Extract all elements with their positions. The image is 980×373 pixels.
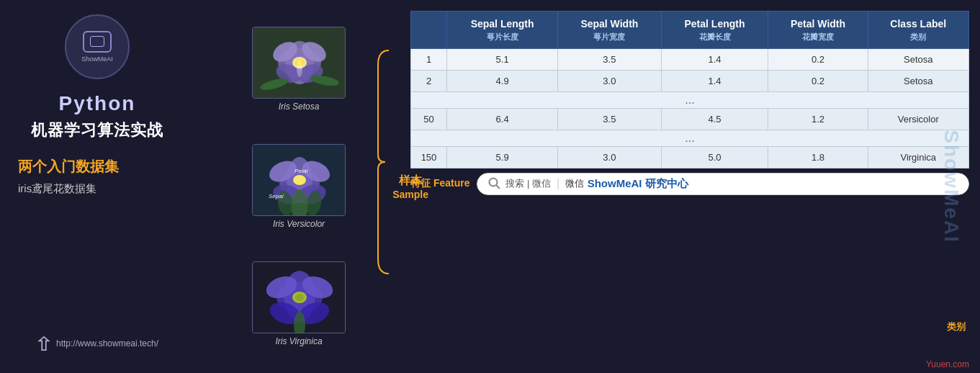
col-cls-sub: 类别 xyxy=(877,32,960,42)
cell-id-150: 150 xyxy=(411,146,447,168)
cell-sl-1: 5.1 xyxy=(447,48,558,70)
logo-container: ShowMeAI xyxy=(65,14,130,79)
search-icon xyxy=(488,177,501,190)
cell-id-1: 1 xyxy=(411,48,447,70)
col-pw-sub: 花瓣宽度 xyxy=(777,32,858,42)
cell-id-50: 50 xyxy=(411,108,447,130)
cell-sw-50: 3.5 xyxy=(558,108,661,130)
class-label-note: 类别 xyxy=(947,320,966,333)
svg-point-34 xyxy=(295,294,304,301)
yuuen-credit: Yuuen.com xyxy=(926,359,969,369)
cell-pl-1: 1.4 xyxy=(661,48,768,70)
dots-cell-2: ... xyxy=(411,130,969,146)
wechat-label: 微信 xyxy=(565,177,584,190)
col-sl-main: Sepal Length xyxy=(456,17,549,32)
flower-versicolor: Sepal Petal Sepal Petal Iris Versicolor xyxy=(252,144,346,229)
versicolor-caption: Iris Versicolor xyxy=(273,219,325,229)
main-container: ShowMeAI Python 机器学习算法实战 两个入门数据集 iris鸢尾花… xyxy=(0,0,980,373)
cell-cls-50: Versicolor xyxy=(868,108,968,130)
cell-sl-50: 6.4 xyxy=(447,108,558,130)
versicolor-image: Sepal Petal Sepal Petal xyxy=(252,144,346,216)
search-divider: | xyxy=(557,177,559,190)
svg-text:Sepal: Sepal xyxy=(269,193,284,199)
virginica-svg xyxy=(253,261,345,333)
website-url: http://www.showmeai.tech/ xyxy=(56,338,158,349)
col-header-cls: Class Label 类别 xyxy=(868,12,968,49)
cell-sw-2: 3.0 xyxy=(558,70,661,91)
table-footer: 特征 Feature 搜索 | 微信 | 微信 ShowMeAI 研究中心 xyxy=(410,173,969,195)
logo-text: ShowMeAI xyxy=(81,55,113,63)
svg-line-37 xyxy=(496,185,500,189)
setosa-image xyxy=(252,27,346,99)
svg-marker-0 xyxy=(40,337,49,350)
virginica-caption: Iris Virginica xyxy=(275,336,322,346)
versicolor-svg: Sepal Petal xyxy=(253,144,345,216)
website-link[interactable]: http://www.showmeai.tech/ xyxy=(36,336,158,359)
cell-sw-1: 3.5 xyxy=(558,48,661,70)
table-row: 150 5.9 3.0 5.0 1.8 Virginica xyxy=(411,146,969,168)
svg-text:Petal: Petal xyxy=(295,168,307,174)
flower-setosa: Iris Setosa xyxy=(252,27,346,112)
feature-label: 特征 Feature xyxy=(410,177,469,190)
svg-point-12 xyxy=(297,60,302,77)
cell-sw-150: 3.0 xyxy=(558,146,661,168)
cell-sl-2: 4.9 xyxy=(447,70,558,91)
table-row: 2 4.9 3.0 1.4 0.2 Setosa xyxy=(411,70,969,91)
col-header-pw: Petal Width 花瓣宽度 xyxy=(768,12,868,49)
cell-pw-2: 0.2 xyxy=(768,70,868,91)
table-dots-row-2: ... xyxy=(411,130,969,146)
col-header-sl: Sepal Length 萼片长度 xyxy=(447,12,558,49)
cell-pw-50: 1.2 xyxy=(768,108,868,130)
cell-pl-50: 4.5 xyxy=(661,108,768,130)
cell-id-2: 2 xyxy=(411,70,447,91)
left-panel: ShowMeAI Python 机器学习算法实战 两个入门数据集 iris鸢尾花… xyxy=(0,0,194,373)
cell-cls-150: Virginica xyxy=(868,146,968,168)
col-header-sw: Sepal Width 萼片宽度 xyxy=(558,12,661,49)
col-sw-sub: 萼片宽度 xyxy=(567,32,652,42)
section-subtitle: iris鸢尾花数据集 xyxy=(11,182,184,196)
setosa-caption: Iris Setosa xyxy=(279,102,320,112)
title-python: Python xyxy=(59,92,136,115)
search-text: 搜索 | 微信 xyxy=(505,177,551,190)
data-table: Sepal Length 萼片长度 Sepal Width 萼片宽度 Petal… xyxy=(410,11,969,168)
col-header-pl: Petal Length 花瓣长度 xyxy=(661,12,768,49)
col-sw-main: Sepal Width xyxy=(567,17,652,32)
col-cls-main: Class Label xyxy=(877,17,960,32)
logo-icon xyxy=(83,31,112,53)
title-main: 机器学习算法实战 xyxy=(31,120,163,141)
col-pl-main: Petal Length xyxy=(670,17,760,32)
cell-cls-2: Setosa xyxy=(868,70,968,91)
col-sl-sub: 萼片长度 xyxy=(456,32,549,42)
table-header-row: Sepal Length 萼片长度 Sepal Width 萼片宽度 Petal… xyxy=(411,12,969,49)
col-pw-main: Petal Width xyxy=(777,17,858,32)
svg-point-36 xyxy=(490,179,498,186)
flower-virginica: Iris Virginica xyxy=(252,261,346,346)
sample-annotation xyxy=(374,43,396,281)
setosa-svg xyxy=(253,27,345,99)
table-dots-row: ... xyxy=(411,91,969,108)
cell-sl-150: 5.9 xyxy=(447,146,558,168)
showmeai-brand: ShowMeAI 研究中心 xyxy=(588,177,688,191)
cell-pw-150: 1.8 xyxy=(768,146,868,168)
dots-cell-1: ... xyxy=(411,91,969,108)
right-panel: ShowMeAI Sepal Length 萼片长度 Sepal Width 萼… xyxy=(403,0,980,373)
col-header-index xyxy=(411,12,447,49)
col-pl-sub: 花瓣长度 xyxy=(670,32,760,42)
cell-cls-1: Setosa xyxy=(868,48,968,70)
cell-pl-150: 5.0 xyxy=(661,146,768,168)
logo-icon-inner xyxy=(90,36,104,47)
cell-pl-2: 1.4 xyxy=(661,70,768,91)
table-row: 50 6.4 3.5 4.5 1.2 Versicolor xyxy=(411,108,969,130)
svg-point-20 xyxy=(293,175,306,185)
table-row: 1 5.1 3.5 1.4 0.2 Setosa xyxy=(411,48,969,70)
link-icon xyxy=(36,336,52,351)
brace-svg xyxy=(374,43,396,281)
cell-pw-1: 0.2 xyxy=(768,48,868,70)
middle-panel: Iris Setosa xyxy=(194,0,403,373)
search-box[interactable]: 搜索 | 微信 | 微信 ShowMeAI 研究中心 xyxy=(477,173,969,195)
search-icon-wrapper xyxy=(488,177,501,190)
section-title: 两个入门数据集 xyxy=(11,157,184,176)
virginica-image xyxy=(252,261,346,333)
